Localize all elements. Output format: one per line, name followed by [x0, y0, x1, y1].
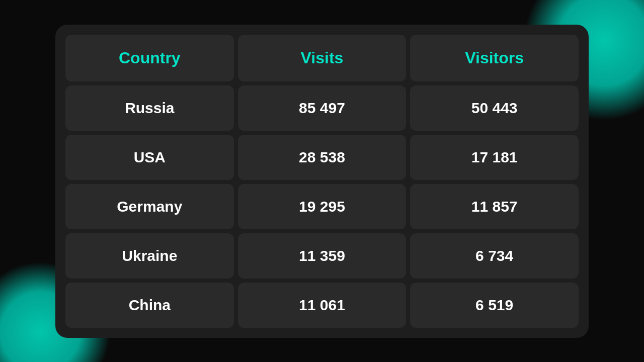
table-row: 50 443 — [410, 85, 579, 131]
table-row: 6 519 — [410, 283, 579, 328]
table-row: 28 538 — [238, 135, 407, 180]
table-row: Germany — [65, 184, 234, 229]
stats-table: Country Visits Visitors Russia 85 497 50… — [55, 25, 589, 338]
table-row: Russia — [65, 85, 234, 131]
table-row: 19 295 — [238, 184, 407, 229]
table-row: Ukraine — [65, 233, 234, 279]
header-visits: Visits — [238, 35, 407, 81]
table-row: 6 734 — [410, 233, 579, 279]
table-row: 85 497 — [238, 85, 407, 131]
header-visitors: Visitors — [410, 35, 579, 81]
table-row: USA — [65, 135, 234, 180]
table-row: 11 857 — [410, 184, 579, 229]
header-country: Country — [65, 35, 234, 81]
table-row: 17 181 — [410, 135, 579, 180]
table-row: China — [65, 283, 234, 328]
table-grid: Country Visits Visitors Russia 85 497 50… — [65, 35, 579, 328]
table-row: 11 359 — [238, 233, 407, 279]
table-row: 11 061 — [238, 283, 407, 328]
